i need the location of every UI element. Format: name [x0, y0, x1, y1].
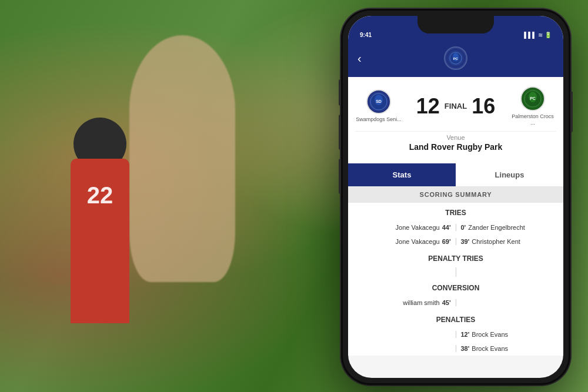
home-try-1-player: Jone Vakacegu	[396, 224, 440, 231]
away-penalty-2-minute: 38'	[461, 345, 470, 352]
venue-name: Land Rover Rugby Park	[355, 142, 556, 152]
home-try-2-minute: 69'	[442, 238, 451, 245]
home-try-2: Jone Vakacegu 69'	[358, 237, 451, 246]
phone-power-button	[570, 91, 573, 132]
away-try-1: 0' Zander Engelbrecht	[461, 223, 554, 232]
content-area: SCORING SUMMARY TRIES Jone Vakacegu 44' …	[348, 186, 563, 356]
background-figure-child: 22	[59, 118, 141, 323]
away-team-name: Palmerston Crocs ...	[509, 113, 556, 126]
home-try-1-minute: 44'	[442, 224, 451, 231]
away-penalty-2-player: Brock Evans	[472, 345, 508, 352]
conversion-header: CONVERSION	[348, 278, 563, 296]
match-status: FINAL	[445, 102, 467, 110]
home-try-2-player: Jone Vakacegu	[396, 238, 440, 245]
home-team-name: Swampdogs Seni...	[356, 116, 402, 123]
home-team-logo: SD	[366, 89, 391, 114]
home-conversion-1-player: william smith	[403, 299, 439, 306]
penalties-row-2: 38' Brock Evans	[348, 341, 563, 356]
phone-volume-up-button	[339, 115, 341, 150]
away-try-1-player: Zander Engelbrecht	[468, 224, 525, 231]
penalty-tries-header: PENALTY TRIES	[348, 249, 563, 266]
tabs-bar: Stats Lineups	[348, 163, 563, 186]
phone-screen: 9:41 ▌▌▌ ≋ 🔋 ‹ PC	[348, 16, 563, 378]
score-display: 12 FINAL 16	[416, 96, 495, 117]
away-penalty-1-player: Brock Evans	[472, 331, 508, 338]
away-try-1-minute: 0'	[461, 224, 466, 231]
tries-header: TRIES	[348, 203, 563, 220]
phone-notch	[417, 16, 494, 33]
away-penalty-1: 12' Brock Evans	[461, 330, 554, 339]
back-button[interactable]: ‹	[358, 52, 362, 65]
home-score: 12	[416, 96, 440, 117]
penalties-header: PENALTIES	[348, 310, 563, 327]
away-team-logo: PC	[520, 86, 545, 111]
tab-stats[interactable]: Stats	[348, 163, 456, 186]
away-penalty-1-minute: 12'	[461, 331, 470, 338]
venue-label: Venue	[355, 134, 556, 141]
svg-text:PC: PC	[530, 96, 536, 100]
away-score: 16	[472, 96, 495, 117]
tries-row-2: Jone Vakacegu 69' 39' Christopher Kent	[348, 234, 563, 249]
penalties-home-empty-2	[358, 344, 456, 353]
venue-section: Venue Land Rover Rugby Park	[355, 131, 556, 156]
penalty-tries-blank	[348, 266, 563, 278]
scoring-summary-header: SCORING SUMMARY	[348, 186, 563, 203]
conversion-away-empty	[456, 298, 554, 307]
penalties-row-1: 12' Brock Evans	[348, 327, 563, 341]
phone-mute-button	[339, 79, 341, 106]
home-team: SD Swampdogs Seni...	[355, 89, 402, 123]
home-try-1: Jone Vakacegu 44'	[358, 223, 451, 232]
penalty-divider	[456, 267, 456, 277]
svg-text:SD: SD	[376, 99, 382, 103]
score-card: SD Swampdogs Seni... 12 FINAL 16	[348, 77, 563, 163]
tab-lineups[interactable]: Lineups	[456, 163, 563, 186]
penalties-home-empty-1	[358, 330, 456, 339]
home-conversion-1-minute: 45'	[442, 299, 451, 306]
phone-device: 9:41 ▌▌▌ ≋ 🔋 ‹ PC	[341, 9, 570, 385]
phone-volume-down-button	[339, 159, 341, 194]
away-try-2: 39' Christopher Kent	[461, 237, 554, 246]
background-figure-adult	[129, 35, 235, 282]
home-conversion-1: william smith 45'	[358, 298, 451, 307]
conversion-row-1: william smith 45'	[348, 296, 563, 310]
away-try-2-minute: 39'	[461, 238, 470, 245]
svg-text:PC: PC	[453, 57, 459, 61]
app-header: ‹ PC	[348, 42, 563, 77]
away-try-2-player: Christopher Kent	[472, 238, 520, 245]
tries-row-1: Jone Vakacegu 44' 0' Zander Engelbrecht	[348, 220, 563, 234]
away-penalty-2: 38' Brock Evans	[461, 344, 554, 353]
away-team: PC Palmerston Crocs ...	[509, 86, 556, 126]
club-logo: PC	[444, 46, 467, 70]
